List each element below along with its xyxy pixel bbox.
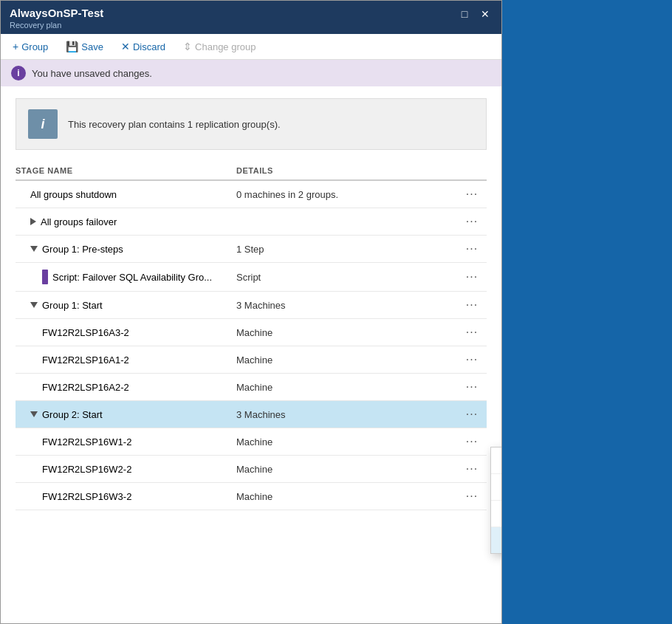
- row-name: FW12R2LSP16W1-2: [16, 436, 236, 448]
- row-label: FW12R2LSP16A3-2: [42, 327, 129, 338]
- info-banner: i This recovery plan contains 1 replicat…: [16, 98, 487, 150]
- row-details: Machine: [236, 382, 457, 393]
- row-details: 3 Machines: [236, 409, 457, 420]
- row-details: 3 Machines: [236, 300, 457, 311]
- save-label: Save: [81, 41, 103, 52]
- expand-icon[interactable]: [30, 218, 36, 225]
- more-options-button[interactable]: ···: [457, 188, 487, 201]
- context-menu-add-pre-action[interactable]: Add pre action: [491, 501, 501, 527]
- row-label: FW12R2LSP16A1-2: [42, 354, 129, 366]
- table-area: STAGE NAME DETAILS All groups shutdown 0…: [1, 159, 501, 623]
- plus-icon: +: [13, 41, 18, 52]
- more-options-button[interactable]: ···: [457, 242, 487, 256]
- row-details: Machine: [236, 354, 457, 366]
- row-label: FW12R2LSP16W1-2: [42, 436, 131, 448]
- row-details: Machine: [236, 491, 457, 502]
- row-details: 1 Step: [236, 244, 457, 255]
- table-row: Script: Failover SQL Availability Gro...…: [16, 263, 487, 292]
- context-menu: Delete group Add protected items Add pre…: [490, 447, 501, 554]
- row-name: Group 1: Start: [16, 300, 236, 311]
- title-bar-controls: □ ✕: [457, 7, 493, 21]
- discard-icon: ✕: [121, 41, 130, 52]
- close-icon[interactable]: ✕: [478, 7, 493, 21]
- row-name: All groups failover: [16, 216, 236, 227]
- more-options-button[interactable]: ···: [457, 435, 487, 448]
- row-name: Group 2: Start: [16, 409, 236, 420]
- unsaved-message: You have unsaved changes.: [32, 68, 152, 79]
- row-details: Machine: [236, 327, 457, 338]
- more-options-button[interactable]: ···: [457, 326, 487, 339]
- more-options-button[interactable]: ···: [457, 408, 487, 421]
- info-circle-icon: i: [11, 66, 26, 80]
- row-label: All groups failover: [41, 216, 117, 227]
- unsaved-banner: i You have unsaved changes.: [1, 60, 501, 86]
- row-details: Script: [236, 272, 457, 283]
- row-label: All groups shutdown: [30, 189, 117, 200]
- collapse-icon[interactable]: [30, 411, 38, 417]
- col-actions: [457, 166, 487, 175]
- col-details: DETAILS: [236, 166, 457, 175]
- info-banner-text: This recovery plan contains 1 replicatio…: [68, 119, 281, 130]
- table-row: FW12R2LSP16A1-2 Machine ···: [16, 346, 487, 374]
- title-bar: AlwaysOnSP-Test Recovery plan □ ✕: [1, 1, 501, 34]
- context-menu-add-protected[interactable]: Add protected items: [491, 474, 501, 501]
- more-options-button[interactable]: ···: [457, 270, 487, 284]
- table-row: FW12R2LSP16W1-2 Machine ···: [16, 428, 487, 456]
- more-options-button[interactable]: ···: [457, 462, 487, 476]
- col-stage-name: STAGE NAME: [16, 166, 236, 175]
- table-row: Group 1: Start 3 Machines ···: [16, 292, 487, 319]
- main-window: AlwaysOnSP-Test Recovery plan □ ✕ + Grou…: [0, 0, 502, 624]
- more-options-button[interactable]: ···: [457, 298, 487, 312]
- collapse-icon[interactable]: [30, 302, 38, 308]
- table-row: FW12R2LSP16A2-2 Machine ···: [16, 374, 487, 401]
- discard-label: Discard: [133, 41, 165, 52]
- row-name: FW12R2LSP16W3-2: [16, 491, 236, 502]
- row-label: Group 2: Start: [42, 409, 103, 420]
- row-label: FW12R2LSP16W2-2: [42, 464, 131, 475]
- discard-button[interactable]: ✕ Discard: [118, 38, 168, 55]
- save-button[interactable]: 💾 Save: [63, 38, 106, 55]
- table-row: FW12R2LSP16A3-2 Machine ···: [16, 319, 487, 346]
- collapse-icon[interactable]: [30, 246, 38, 252]
- row-name: Group 1: Pre-steps: [16, 244, 236, 255]
- table-row: All groups failover ···: [16, 208, 487, 236]
- window-title: AlwaysOnSP-Test: [10, 7, 103, 19]
- table-row: FW12R2LSP16W2-2 Machine ···: [16, 456, 487, 483]
- toolbar: + Group 💾 Save ✕ Discard ⇕ Change group: [1, 34, 501, 60]
- minimize-icon[interactable]: □: [457, 7, 472, 21]
- context-menu-delete-group[interactable]: Delete group: [491, 448, 501, 474]
- table-row: Group 1: Pre-steps 1 Step ···: [16, 236, 487, 263]
- context-menu-add-post-action[interactable]: Add post action: [491, 527, 501, 553]
- row-name: Script: Failover SQL Availability Gro...: [16, 270, 236, 284]
- more-options-button[interactable]: ···: [457, 215, 487, 228]
- more-options-button[interactable]: ···: [457, 490, 487, 503]
- window-subtitle: Recovery plan: [10, 21, 103, 30]
- table-row: All groups shutdown 0 machines in 2 grou…: [16, 181, 487, 208]
- row-name: All groups shutdown: [16, 189, 236, 200]
- table-row-selected[interactable]: Group 2: Start 3 Machines ···: [16, 401, 487, 428]
- row-name: FW12R2LSP16W2-2: [16, 464, 236, 475]
- add-group-button[interactable]: + Group: [10, 38, 51, 55]
- change-group-label: Change group: [195, 41, 256, 52]
- row-label: Script: Failover SQL Availability Gro...: [52, 272, 212, 283]
- row-name: FW12R2LSP16A1-2: [16, 354, 236, 366]
- row-name: FW12R2LSP16A3-2: [16, 327, 236, 338]
- table-row: FW12R2LSP16W3-2 Machine ···: [16, 483, 487, 510]
- row-label: Group 1: Pre-steps: [42, 244, 123, 255]
- script-icon: [42, 270, 48, 284]
- row-label: FW12R2LSP16A2-2: [42, 382, 129, 393]
- table-header: STAGE NAME DETAILS: [16, 159, 487, 181]
- row-name: FW12R2LSP16A2-2: [16, 382, 236, 393]
- save-icon: 💾: [66, 41, 78, 52]
- more-options-button[interactable]: ···: [457, 353, 487, 366]
- change-group-icon: ⇕: [183, 41, 192, 52]
- more-options-button[interactable]: ···: [457, 380, 487, 394]
- add-group-label: Group: [21, 41, 48, 52]
- title-bar-left: AlwaysOnSP-Test Recovery plan: [10, 7, 103, 30]
- row-label: FW12R2LSP16W3-2: [42, 491, 131, 502]
- row-details: 0 machines in 2 groups.: [236, 189, 457, 200]
- row-details: Machine: [236, 464, 457, 475]
- row-details: Machine: [236, 436, 457, 448]
- change-group-button[interactable]: ⇕ Change group: [180, 38, 258, 55]
- row-label: Group 1: Start: [42, 300, 103, 311]
